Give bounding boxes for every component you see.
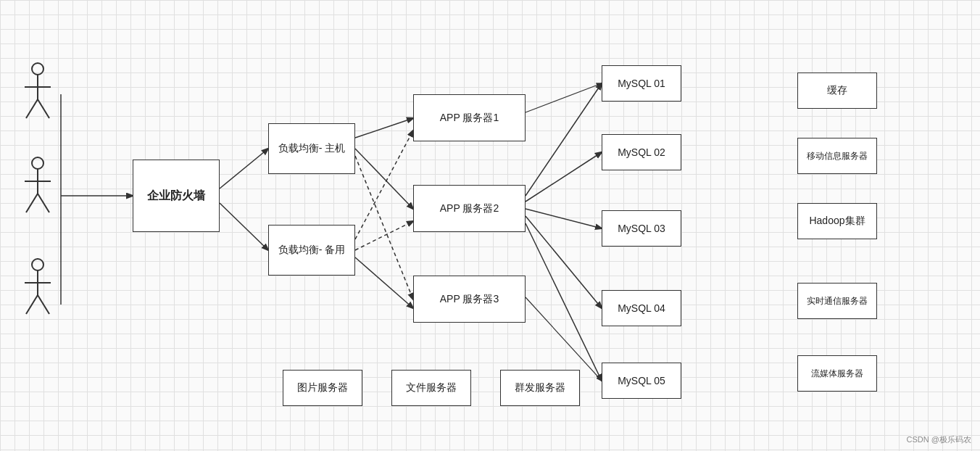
svg-line-3 bbox=[220, 203, 268, 250]
svg-line-8 bbox=[355, 221, 413, 250]
app-server-1-box: APP 服务器1 bbox=[413, 94, 526, 141]
stream-media-box: 流媒体服务器 bbox=[797, 355, 877, 392]
app-server-2-box: APP 服务器2 bbox=[413, 185, 526, 232]
svg-line-31 bbox=[38, 295, 49, 314]
app-server-3-box: APP 服务器3 bbox=[413, 276, 526, 323]
file-server-box: 文件服务器 bbox=[391, 370, 471, 406]
mysql-05-box: MySQL 05 bbox=[602, 363, 681, 399]
svg-line-7 bbox=[355, 131, 413, 239]
mobile-msg-box: 移动信息服务器 bbox=[797, 138, 877, 174]
diagram-canvas: 企业防火墙 负载均衡- 主机 负载均衡- 备用 APP 服务器1 APP 服务器… bbox=[0, 0, 980, 451]
user-figure-1 bbox=[22, 62, 54, 127]
svg-point-17 bbox=[32, 63, 43, 75]
svg-point-22 bbox=[32, 157, 43, 169]
group-server-box: 群发服务器 bbox=[500, 370, 580, 406]
svg-line-11 bbox=[526, 152, 602, 202]
svg-line-26 bbox=[38, 194, 49, 212]
svg-line-16 bbox=[526, 297, 602, 381]
mysql-02-box: MySQL 02 bbox=[602, 134, 681, 170]
svg-line-12 bbox=[526, 209, 602, 228]
realtime-comm-box: 实时通信服务器 bbox=[797, 283, 877, 319]
svg-line-6 bbox=[355, 156, 413, 299]
mysql-04-box: MySQL 04 bbox=[602, 290, 681, 326]
svg-line-5 bbox=[355, 149, 413, 209]
hadoop-box: Hadoop集群 bbox=[797, 203, 877, 239]
lb-backup-box: 负载均衡- 备用 bbox=[268, 225, 355, 276]
image-server-box: 图片服务器 bbox=[283, 370, 362, 406]
svg-line-13 bbox=[526, 216, 602, 308]
svg-line-10 bbox=[526, 83, 602, 196]
svg-line-15 bbox=[526, 83, 602, 112]
firewall-box: 企业防火墙 bbox=[133, 160, 220, 232]
svg-line-21 bbox=[38, 99, 49, 118]
svg-point-27 bbox=[32, 259, 43, 270]
svg-line-20 bbox=[26, 99, 38, 118]
svg-line-14 bbox=[526, 223, 602, 381]
svg-line-25 bbox=[26, 194, 38, 212]
svg-line-2 bbox=[220, 149, 268, 189]
svg-line-9 bbox=[355, 257, 413, 308]
svg-line-30 bbox=[26, 295, 38, 314]
user-figure-2 bbox=[22, 156, 54, 221]
mysql-01-box: MySQL 01 bbox=[602, 65, 681, 102]
mysql-03-box: MySQL 03 bbox=[602, 210, 681, 247]
svg-line-4 bbox=[355, 118, 413, 138]
lb-main-box: 负载均衡- 主机 bbox=[268, 123, 355, 174]
cache-box: 缓存 bbox=[797, 73, 877, 109]
watermark: CSDN @极乐码农 bbox=[907, 434, 971, 445]
user-figure-3 bbox=[22, 257, 54, 323]
